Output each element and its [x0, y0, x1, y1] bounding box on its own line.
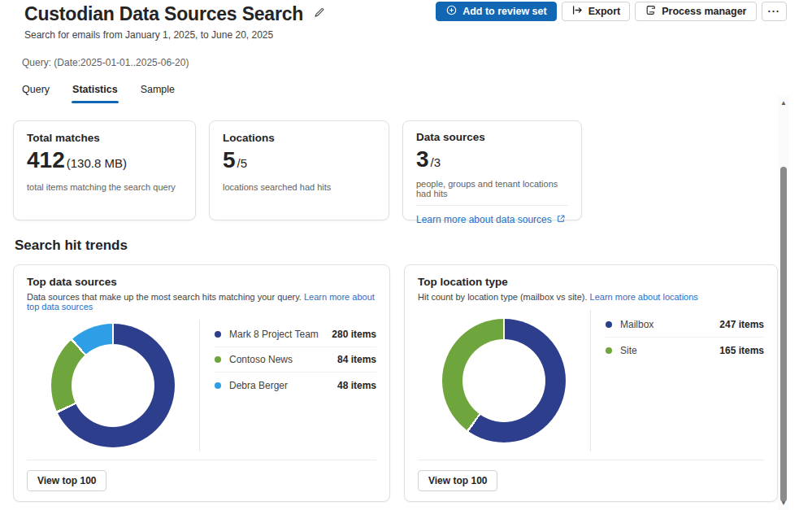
trend-card-top-data-sources: Top data sources Data sources that make …: [13, 264, 390, 502]
process-manager-icon: [645, 4, 657, 19]
page-subtitle: Search for emails from January 1, 2025, …: [24, 29, 788, 41]
header-actions: Add to review set Export Process manager…: [436, 2, 787, 21]
tab-bar: Query Statistics Sample: [14, 78, 812, 103]
more-actions-button[interactable]: ···: [762, 2, 788, 21]
chart-legend: Mark 8 Project Team 280 items Contoso Ne…: [200, 318, 376, 453]
legend-item: Debra Berger 48 items: [215, 373, 376, 398]
stat-value: 412: [27, 149, 65, 172]
process-manager-label: Process manager: [662, 6, 746, 17]
vertical-scrollbar[interactable]: ▲ ▼: [778, 96, 789, 510]
page-title: Custodian Data Sources Search: [24, 3, 303, 25]
learn-more-locations-link[interactable]: Learn more about locations: [590, 292, 698, 302]
legend-value: 84 items: [337, 354, 376, 365]
stat-caption: total items matching the search query: [27, 182, 182, 192]
legend-value: 48 items: [337, 380, 376, 391]
trend-card-description: Data sources that make up the most searc…: [27, 292, 376, 312]
tab-sample[interactable]: Sample: [132, 78, 183, 103]
add-circle-icon: [445, 4, 458, 19]
scroll-up-arrow-icon[interactable]: ▲: [780, 99, 787, 107]
stat-title: Data sources: [416, 131, 568, 143]
edit-title-button[interactable]: [311, 5, 328, 24]
stat-card-total-matches: Total matches 412 (130.8 MB) total items…: [13, 120, 196, 220]
search-hit-trends-heading: Search hit trends: [15, 238, 812, 254]
export-button[interactable]: Export: [562, 2, 631, 21]
legend-item: Contoso News 84 items: [215, 347, 376, 373]
legend-dot: [215, 382, 221, 389]
stat-value-suffix: /3: [431, 155, 441, 169]
legend-value: 247 items: [719, 319, 764, 330]
donut-hole: [462, 339, 545, 422]
card-footer: View top 100: [418, 460, 764, 501]
legend-label: Site: [620, 345, 719, 356]
trend-card-title: Top location type: [418, 276, 764, 288]
view-top-100-button[interactable]: View top 100: [27, 470, 106, 491]
export-label: Export: [588, 6, 621, 17]
legend-item: Mailbox 247 items: [606, 312, 764, 338]
card-footer: View top 100: [27, 460, 376, 501]
add-to-review-set-label: Add to review set: [462, 6, 547, 17]
trend-card-description: Hit count by location type (mailbox vs s…: [418, 292, 764, 302]
donut-chart-zone: [418, 308, 590, 453]
stat-value: 5: [223, 149, 236, 172]
stat-value-suffix: /5: [237, 156, 248, 170]
query-summary: Query: (Date:2025-01-01..2025-06-20): [22, 57, 812, 68]
more-icon: ···: [768, 6, 781, 17]
stat-card-locations: Locations 5 /5 locations searched had hi…: [209, 120, 389, 220]
pencil-icon: [313, 7, 326, 22]
legend-value: 165 items: [719, 345, 764, 356]
stat-title: Total matches: [27, 132, 182, 144]
legend-item: Site 165 items: [606, 338, 764, 363]
donut-chart-zone: [27, 318, 199, 453]
stat-caption: locations searched had hits: [223, 182, 376, 192]
export-icon: [571, 4, 584, 19]
legend-label: Mailbox: [620, 319, 719, 330]
page-header: Custodian Data Sources Search Search for…: [0, 0, 812, 41]
trend-card-title: Top data sources: [27, 276, 376, 288]
learn-more-label: Learn more about data sources: [416, 214, 552, 225]
stat-caption: people, groups and tenant locations had …: [416, 179, 568, 198]
add-to-review-set-button[interactable]: Add to review set: [436, 2, 557, 21]
description-text: Hit count by location type (mailbox vs s…: [418, 292, 587, 302]
stat-title: Locations: [223, 132, 376, 144]
divider: [416, 205, 568, 206]
external-link-icon: [556, 214, 566, 226]
stat-value: 3: [416, 148, 429, 171]
donut-hole: [72, 344, 154, 427]
process-manager-button[interactable]: Process manager: [635, 2, 756, 21]
legend-dot: [606, 347, 612, 354]
legend-label: Mark 8 Project Team: [229, 329, 332, 340]
trend-card-top-location-type: Top location type Hit count by location …: [404, 264, 778, 502]
learn-more-data-sources-link[interactable]: Learn more about data sources: [416, 214, 566, 226]
legend-label: Contoso News: [229, 354, 337, 365]
chart-legend: Mailbox 247 items Site 165 items: [591, 308, 764, 453]
tab-statistics[interactable]: Statistics: [64, 78, 126, 103]
legend-item: Mark 8 Project Team 280 items: [215, 322, 376, 347]
top-location-type-donut-chart: [442, 319, 566, 442]
tab-query[interactable]: Query: [14, 78, 58, 103]
stat-value-suffix: (130.8 MB): [67, 156, 127, 170]
legend-dot: [215, 331, 221, 338]
legend-dot: [606, 321, 612, 328]
stat-cards-row: Total matches 412 (130.8 MB) total items…: [13, 120, 799, 220]
legend-dot: [215, 356, 221, 363]
scroll-down-arrow-icon[interactable]: ▼: [780, 499, 787, 508]
scrollbar-thumb[interactable]: [780, 167, 787, 502]
legend-label: Debra Berger: [229, 380, 337, 391]
stat-card-data-sources: Data sources 3 /3 people, groups and ten…: [402, 120, 582, 220]
description-text: Data sources that make up the most searc…: [27, 292, 302, 302]
legend-value: 280 items: [332, 329, 376, 340]
top-data-sources-donut-chart: [51, 324, 175, 447]
view-top-100-button[interactable]: View top 100: [418, 470, 497, 491]
trend-cards-row: Top data sources Data sources that make …: [13, 264, 799, 502]
